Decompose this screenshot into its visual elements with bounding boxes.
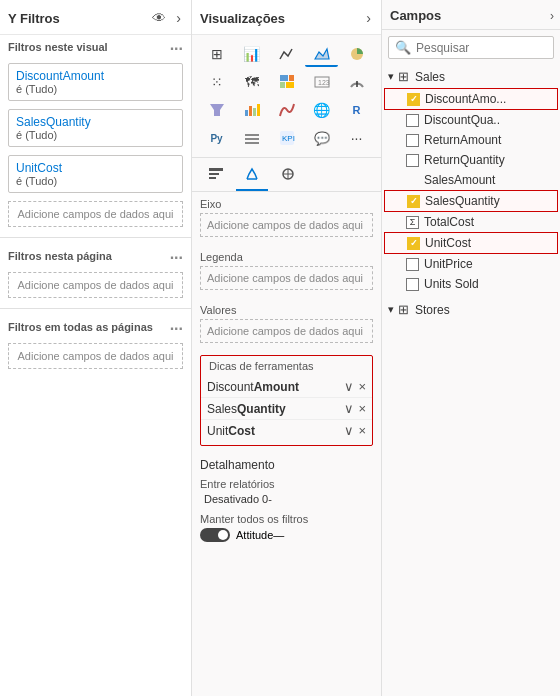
viz-tab-format[interactable] — [236, 162, 268, 191]
add-field-eixo[interactable]: Adicione campos de dados aqui — [200, 213, 373, 237]
field-discountamount[interactable]: DiscountAmo... — [384, 88, 558, 110]
svg-rect-11 — [249, 106, 252, 116]
sales-table-header[interactable]: ▾ ⊞ Sales — [384, 65, 558, 88]
tooltip-item-unitcost[interactable]: UnitCost ∨ × — [201, 420, 372, 441]
detalhamento-section: Detalhamento Entre relatórios Desativado… — [192, 450, 381, 550]
stores-table-header[interactable]: ▾ ⊞ Stores — [384, 298, 558, 321]
tooltip-close-discount[interactable]: × — [358, 379, 366, 394]
add-field-page[interactable]: Adicione campos de dados aqui — [8, 272, 183, 298]
viz-icon-ribbon[interactable] — [270, 97, 303, 123]
viz-icon-bar[interactable]: 📊 — [235, 41, 268, 67]
viz-icon-line[interactable] — [270, 41, 303, 67]
filter-name-discount: DiscountAmount — [16, 69, 175, 83]
field-unitprice[interactable]: UnitPrice — [384, 254, 558, 274]
add-field-legenda[interactable]: Adicione campos de dados aqui — [200, 266, 373, 290]
viz-icon-treemap[interactable] — [270, 69, 303, 95]
campos-header: Campos › — [382, 0, 560, 30]
field-checkbox-discountamount[interactable] — [407, 93, 420, 106]
viz-icon-gauge[interactable] — [340, 69, 373, 95]
tooltip-item-discount[interactable]: DiscountAmount ∨ × — [201, 376, 372, 398]
tooltip-label: Dicas de ferramentas — [201, 360, 372, 376]
field-checkbox-discountqua[interactable] — [406, 114, 419, 127]
viz-icon-r[interactable]: R — [340, 97, 373, 123]
add-field-visual[interactable]: Adicione campos de dados aqui — [8, 201, 183, 227]
page-section-more[interactable]: ··· — [170, 250, 183, 266]
svg-rect-19 — [209, 168, 223, 171]
viz-chevron-right-icon[interactable]: › — [364, 8, 373, 28]
field-name-discountqua: DiscountQua.. — [424, 113, 500, 127]
viz-icon-scatter[interactable]: ⁙ — [200, 69, 233, 95]
visual-section-more[interactable]: ··· — [170, 41, 183, 57]
field-checkbox-unitprice[interactable] — [406, 258, 419, 271]
filter-item-unit[interactable]: UnitCost é (Tudo) — [8, 155, 183, 193]
field-unitcost[interactable]: UnitCost — [384, 232, 558, 254]
viz-icon-area[interactable] — [305, 41, 338, 67]
viz-icon-more[interactable]: ··· — [340, 125, 373, 151]
filter-value-sales: é (Tudo) — [16, 129, 175, 141]
tooltip-icons-unitcost: ∨ × — [344, 423, 366, 438]
viz-icon-qna[interactable]: 💬 — [305, 125, 338, 151]
field-checkbox-salesquantity[interactable] — [407, 195, 420, 208]
toggle-slider[interactable] — [200, 528, 230, 542]
field-returnamount[interactable]: ReturnAmount — [384, 130, 558, 150]
stores-table-name: Stores — [415, 303, 554, 317]
field-checkbox-returnquantity[interactable] — [406, 154, 419, 167]
field-name-discountamount: DiscountAmo... — [425, 92, 506, 106]
tooltip-chevron-unitcost[interactable]: ∨ — [344, 423, 354, 438]
add-field-all-pages[interactable]: Adicione campos de dados aqui — [8, 343, 183, 369]
eye-icon[interactable]: 👁 — [150, 8, 168, 28]
viz-icon-waterfall[interactable] — [235, 97, 268, 123]
viz-icon-slicer[interactable] — [235, 125, 268, 151]
viz-icon-global[interactable]: 🌐 — [305, 97, 338, 123]
search-icon: 🔍 — [395, 40, 411, 55]
svg-marker-0 — [315, 49, 329, 59]
viz-icon-table[interactable]: ⊞ — [200, 41, 233, 67]
field-salesamount[interactable]: SalesAmount — [384, 170, 558, 190]
detalhamento-sub2: Manter todos os filtros — [200, 513, 373, 525]
field-discountqua[interactable]: DiscountQua.. — [384, 110, 558, 130]
filter-item-sales[interactable]: SalesQuantity é (Tudo) — [8, 109, 183, 147]
field-unitssold[interactable]: Units Sold — [384, 274, 558, 294]
field-checkbox-unitcost[interactable] — [407, 237, 420, 250]
all-pages-section-more[interactable]: ··· — [170, 321, 183, 337]
field-checkbox-unitssold[interactable] — [406, 278, 419, 291]
svg-rect-21 — [209, 177, 216, 179]
stores-chevron-icon: ▾ — [388, 303, 394, 316]
tooltip-chevron-discount[interactable]: ∨ — [344, 379, 354, 394]
field-totalcost[interactable]: Σ TotalCost — [384, 212, 558, 232]
viz-tab-fields[interactable] — [200, 162, 232, 191]
viz-icon-card[interactable]: 123 — [305, 69, 338, 95]
add-field-valores[interactable]: Adicione campos de dados aqui — [200, 319, 373, 343]
legenda-section: Legenda Adicione campos de dados aqui — [192, 245, 381, 298]
field-checkbox-returnamount[interactable] — [406, 134, 419, 147]
svg-rect-16 — [245, 142, 259, 144]
viz-tab-analytics[interactable] — [272, 162, 304, 191]
search-box[interactable]: 🔍 — [388, 36, 554, 59]
viz-icon-kpi[interactable]: KPI — [270, 125, 303, 151]
field-salesquantity[interactable]: SalesQuantity — [384, 190, 558, 212]
tooltip-close-unitcost[interactable]: × — [358, 423, 366, 438]
field-checkbox-totalcost[interactable]: Σ — [406, 216, 419, 229]
filtros-header: Y Filtros 👁 › — [0, 0, 191, 35]
viz-icon-funnel[interactable] — [200, 97, 233, 123]
stores-table-icon: ⊞ — [398, 302, 409, 317]
tooltip-close-sales[interactable]: × — [358, 401, 366, 416]
tooltip-item-sales[interactable]: SalesQuantity ∨ × — [201, 398, 372, 420]
viz-icons-grid: ⊞ 📊 ⁙ 🗺 123 🌐 R Py — [192, 35, 381, 158]
filter-name-sales: SalesQuantity — [16, 115, 175, 129]
chevron-right-icon[interactable]: › — [174, 8, 183, 28]
filter-value-unit: é (Tudo) — [16, 175, 175, 187]
campos-chevron-icon[interactable]: › — [550, 9, 554, 23]
viz-icon-py[interactable]: Py — [200, 125, 233, 151]
field-name-totalcost: TotalCost — [424, 215, 474, 229]
tooltip-chevron-sales[interactable]: ∨ — [344, 401, 354, 416]
tooltip-text-sales: SalesQuantity — [207, 402, 344, 416]
viz-icon-map[interactable]: 🗺 — [235, 69, 268, 95]
eixo-label: Eixo — [200, 198, 373, 210]
field-returnquantity[interactable]: ReturnQuantity — [384, 150, 558, 170]
viz-icon-pie[interactable] — [340, 41, 373, 67]
filter-item-discount[interactable]: DiscountAmount é (Tudo) — [8, 63, 183, 101]
search-input[interactable] — [416, 41, 560, 55]
svg-rect-4 — [280, 82, 285, 88]
filter-name-unit: UnitCost — [16, 161, 175, 175]
